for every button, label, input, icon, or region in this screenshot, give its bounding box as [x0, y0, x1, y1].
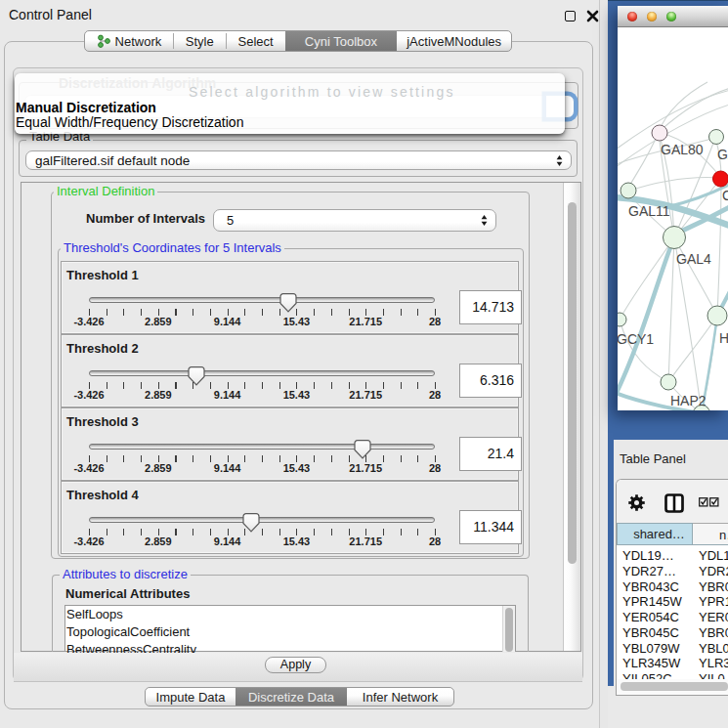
svg-text:GAL80: GAL80 — [661, 142, 704, 157]
svg-text:GAL4: GAL4 — [676, 251, 711, 267]
svg-text:HAP2: HAP2 — [670, 393, 707, 408]
svg-text:GA: GA — [717, 147, 728, 162]
svg-text:C: C — [722, 188, 728, 203]
svg-text:HA: HA — [719, 330, 728, 346]
svg-text:GCY1: GCY1 — [618, 331, 654, 347]
svg-text:GAL11: GAL11 — [628, 203, 670, 219]
